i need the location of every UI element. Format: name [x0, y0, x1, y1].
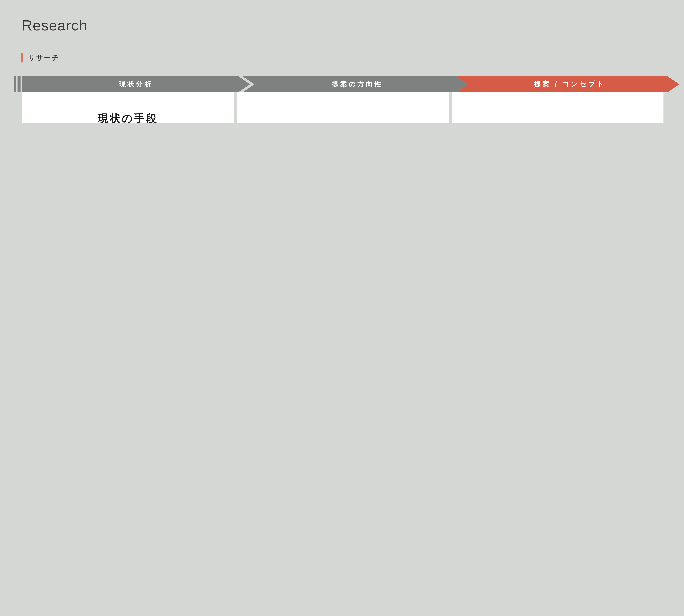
step-label: 提案 / コンセプト — [534, 80, 606, 89]
current-means-title: 現状の手段 — [22, 111, 234, 123]
step-proposal-direction: 提案の方向性 — [243, 76, 468, 92]
step-label: 提案の方向性 — [332, 80, 383, 89]
subtitle-accent-bar — [21, 53, 23, 63]
banner-deco-bar-1 — [14, 76, 16, 92]
panel-proposal-direction: Q 持病がある人は普段は知られたくない。 であれば、『いざという時』 にだけ、 … — [237, 92, 449, 123]
research-slide: Research リサーチ 現状分析 提案の方向性 提案 / コンセプト 現状の… — [0, 0, 684, 123]
panel-proposal-concept: 『いざという時』 にだけ 『音声』 で伝える。 意思表示サポートサービス 通常時… — [452, 92, 663, 123]
panel-current-analysis: 現状の手段 周囲の人に伝える — [22, 92, 234, 123]
step-label: 現状分析 — [119, 80, 153, 89]
page-title: Research — [22, 17, 87, 34]
step-current-analysis: 現状分析 — [22, 76, 250, 92]
page-subtitle: リサーチ — [28, 53, 60, 62]
page-subtitle-row: リサーチ — [21, 53, 60, 63]
step-proposal-concept: 提案 / コンセプト — [456, 76, 679, 92]
banner-deco-bar-2 — [18, 76, 21, 92]
